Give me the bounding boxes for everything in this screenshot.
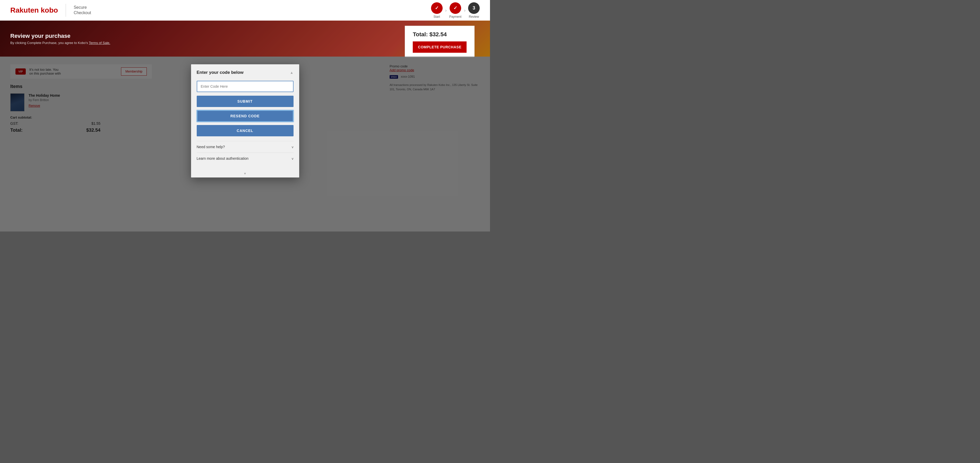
accordion-help-title: Need some help? [197, 145, 225, 149]
step-arrow-2: › [464, 8, 466, 13]
step-arrow-1: › [445, 8, 447, 13]
complete-purchase-button[interactable]: Complete Purchase [413, 41, 466, 53]
modal-body: SUBMIT RESEND CODE CANCEL Need some help… [191, 78, 299, 170]
hero-title: Review your purchase [10, 33, 110, 40]
accordion-auth-header[interactable]: Learn more about authentication v [197, 156, 294, 160]
accordion-help-header[interactable]: Need some help? v [197, 145, 294, 149]
page-body: Review your purchase By clicking Complet… [0, 21, 490, 232]
step-start: ✓ Start [431, 2, 442, 19]
total-amount: Total: $32.54 [413, 31, 466, 38]
hero-text: Review your purchase By clicking Complet… [10, 33, 110, 45]
step-payment: ✓ Payment [449, 2, 461, 19]
logo-text: Rakuten kobo [10, 6, 58, 14]
step-label-review: Review [469, 15, 479, 19]
accordion-help: Need some help? v [197, 141, 294, 152]
modal-scroll-bottom: ▼ [191, 170, 299, 178]
code-input[interactable] [197, 81, 294, 92]
step-label-start: Start [433, 15, 440, 19]
accordion-auth-title: Learn more about authentication [197, 156, 249, 160]
cancel-button[interactable]: CANCEL [197, 125, 294, 136]
logo: Rakuten kobo [10, 6, 58, 14]
hero-subtitle: By clicking Complete Purchase, you agree… [10, 41, 110, 45]
accordion-help-arrow: v [292, 145, 294, 149]
modal-scroll[interactable]: Enter your code below ▲ SUBMIT RESEND CO… [191, 64, 299, 178]
secure-checkout: Secure Checkout [74, 5, 91, 16]
step-circle-start: ✓ [431, 2, 442, 14]
total-card: Total: $32.54 Complete Purchase [405, 26, 474, 58]
main-content: VIP It's not too late. You on this purch… [0, 57, 490, 232]
header: Rakuten kobo Secure Checkout ✓ Start › ✓… [0, 0, 490, 21]
step-label-payment: Payment [449, 15, 461, 19]
accordion-auth: Learn more about authentication v [197, 152, 294, 164]
logo-rakuten: Rakuten [10, 6, 39, 14]
modal-title: Enter your code below [197, 70, 243, 75]
checkout-steps: ✓ Start › ✓ Payment › 3 Review [431, 2, 480, 19]
step-circle-review: 3 [468, 2, 480, 14]
accordion-auth-arrow: v [292, 157, 294, 160]
step-circle-payment: ✓ [450, 2, 461, 14]
submit-button[interactable]: SUBMIT [197, 96, 294, 107]
resend-code-button[interactable]: RESEND CODE [197, 110, 294, 122]
terms-link[interactable]: Terms of Sale. [89, 41, 110, 45]
auth-modal: Enter your code below ▲ SUBMIT RESEND CO… [191, 64, 299, 178]
modal-overlay: Enter your code below ▲ SUBMIT RESEND CO… [0, 57, 490, 232]
modal-header: Enter your code below ▲ [191, 64, 299, 78]
logo-kobo: kobo [39, 6, 58, 14]
step-review: 3 Review [468, 2, 480, 19]
hero-section: Review your purchase By clicking Complet… [0, 21, 490, 57]
modal-scroll-up: ▲ [290, 70, 294, 75]
